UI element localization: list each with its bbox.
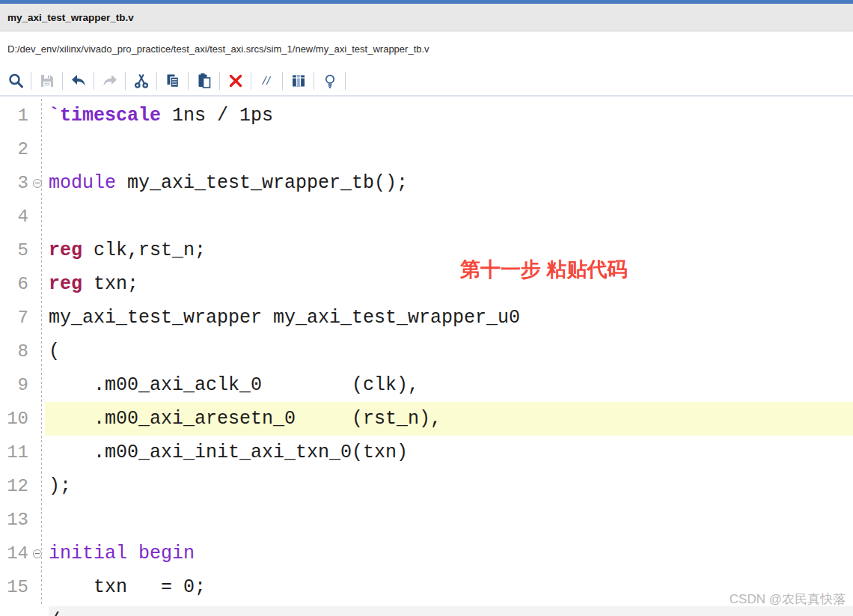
line-number: 11	[0, 442, 28, 463]
code-line-14[interactable]: 14initial begin	[0, 537, 853, 570]
line-number: 9	[0, 375, 28, 395]
delete-icon	[227, 72, 245, 90]
fold-gutter	[28, 503, 49, 537]
fold-gutter	[28, 570, 49, 604]
file-path-bar: D:/dev_env/xilinx/vivado_pro_practice/te…	[0, 31, 853, 66]
code-line-6[interactable]: 6reg txn;	[0, 267, 853, 301]
fold-gutter	[28, 132, 49, 166]
line-number: 3	[0, 173, 28, 193]
code-line-10[interactable]: 10 .m00_axi_aresetn_0 (rst_n),	[0, 402, 853, 436]
code-line-7[interactable]: 7my_axi_test_wrapper my_axi_test_wrapper…	[0, 301, 853, 335]
code-text: );	[49, 475, 71, 497]
code-line-8[interactable]: 8(	[0, 335, 853, 368]
code-text: .m00_axi_init_axi_txn_0(txn)	[49, 442, 408, 463]
search-icon	[7, 72, 25, 90]
undo-button[interactable]	[63, 67, 94, 95]
line-number: 6	[0, 274, 28, 294]
undo-icon	[70, 72, 88, 90]
fold-gutter	[28, 469, 49, 503]
cut-button[interactable]	[126, 67, 156, 95]
code-line-2[interactable]: 2	[0, 132, 853, 166]
fold-gutter	[28, 200, 49, 234]
toolbar-separator	[345, 72, 346, 90]
column-select-button[interactable]	[283, 67, 314, 95]
search-button[interactable]	[0, 67, 31, 95]
fold-gutter	[28, 402, 49, 436]
redo-icon	[101, 72, 119, 90]
code-line-9[interactable]: 9 .m00_axi_aclk_0 (clk),	[0, 368, 853, 402]
fold-gutter	[28, 335, 49, 368]
copy-icon	[164, 72, 182, 90]
code-text: reg txn;	[49, 273, 138, 295]
code-text: module my_axi_test_wrapper_tb();	[49, 172, 408, 194]
code-editor[interactable]: 1`timescale 1ns / 1ps23module my_axi_tes…	[0, 97, 853, 616]
code-text: reg clk,rst_n;	[49, 240, 206, 261]
editor-window: my_axi_test_wrapper_tb.v D:/dev_env/xili…	[0, 0, 853, 616]
fold-gutter	[28, 436, 49, 469]
line-number: 13	[0, 510, 28, 530]
line-number: 5	[0, 240, 28, 260]
delete-button[interactable]	[220, 67, 251, 95]
fold-gutter	[28, 234, 49, 267]
code-text: `timescale 1ns / 1ps	[49, 105, 273, 126]
code-text: (	[49, 341, 60, 362]
code-text: /	[49, 610, 60, 616]
code-text: .m00_axi_aclk_0 (clk),	[49, 374, 419, 396]
column-select-icon	[290, 72, 308, 90]
code-line-4[interactable]: 4	[0, 200, 853, 234]
fold-gutter	[28, 604, 49, 616]
paste-icon	[195, 72, 213, 90]
fold-gutter	[28, 166, 49, 200]
comment-icon: //	[263, 74, 271, 88]
line-number: 14	[0, 543, 28, 564]
line-number: 1	[0, 106, 28, 126]
line-number: 4	[0, 207, 28, 227]
code-line-13[interactable]: 13	[0, 503, 853, 537]
comment-button[interactable]: //	[251, 67, 282, 95]
step-annotation: 第十一步 粘贴代码	[460, 256, 628, 283]
line-number: 2	[0, 139, 28, 159]
code-line-12[interactable]: 12);	[0, 469, 853, 503]
csdn-watermark: CSDN @农民真快落	[730, 591, 846, 608]
fold-gutter	[28, 368, 49, 402]
line-number: 7	[0, 308, 28, 328]
lightbulb-button[interactable]	[314, 67, 345, 95]
fold-gutter	[28, 99, 49, 132]
code-text: my_axi_test_wrapper my_axi_test_wrapper_…	[49, 307, 520, 329]
redo-button[interactable]	[94, 67, 125, 95]
file-path: D:/dev_env/xilinx/vivado_pro_practice/te…	[7, 43, 429, 55]
fold-gutter	[28, 301, 49, 335]
code-lines: 1`timescale 1ns / 1ps23module my_axi_tes…	[0, 99, 853, 616]
editor-toolbar: //	[0, 66, 853, 97]
line-number: 15	[0, 577, 28, 597]
code-line-1[interactable]: 1`timescale 1ns / 1ps	[0, 99, 853, 132]
code-line-3[interactable]: 3module my_axi_test_wrapper_tb();	[0, 166, 853, 200]
save-icon	[38, 72, 56, 90]
code-text: initial begin	[49, 543, 195, 564]
code-line-11[interactable]: 11 .m00_axi_init_axi_txn_0(txn)	[0, 436, 853, 469]
tab-file-title[interactable]: my_axi_test_wrapper_tb.v	[7, 12, 134, 23]
code-text: .m00_axi_aresetn_0 (rst_n),	[49, 408, 441, 430]
line-number: 10	[0, 409, 28, 429]
lightbulb-icon	[321, 72, 339, 90]
copy-button[interactable]	[157, 67, 188, 95]
code-line-15[interactable]: 15 txn = 0;	[0, 570, 853, 604]
fold-gutter	[28, 537, 49, 570]
fold-gutter-line	[41, 99, 42, 606]
tab-bar: my_axi_test_wrapper_tb.v	[0, 4, 853, 31]
line-number: 12	[0, 476, 28, 496]
line-number: 8	[0, 341, 28, 362]
cut-icon	[132, 72, 150, 90]
save-button[interactable]	[31, 67, 62, 95]
code-text: txn = 0;	[49, 576, 206, 598]
code-line-partial[interactable]: /	[0, 604, 853, 616]
code-line-5[interactable]: 5reg clk,rst_n;	[0, 234, 853, 267]
paste-button[interactable]	[189, 67, 219, 95]
fold-gutter	[28, 267, 49, 301]
